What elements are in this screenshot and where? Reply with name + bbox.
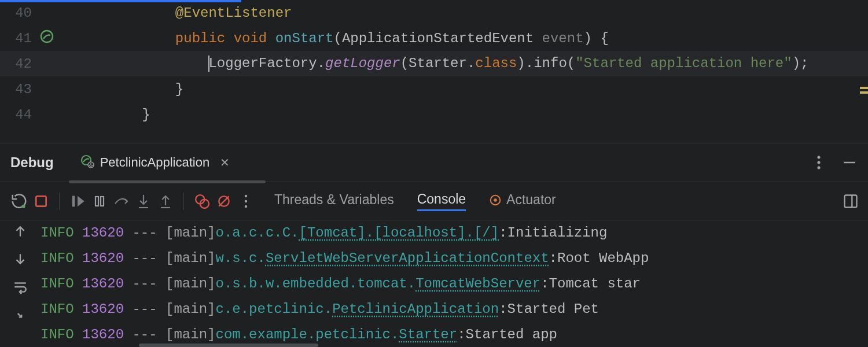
console-sidebar	[0, 220, 41, 347]
run-config-name: PetclinicApplication	[100, 155, 210, 170]
stop-button[interactable]	[31, 191, 51, 211]
spring-bean-icon[interactable]	[40, 29, 54, 47]
log-line[interactable]: INFO 13620 --- [ main] w.s.c.ServletWebS…	[41, 246, 868, 271]
svg-point-7	[21, 204, 25, 208]
minimize-button[interactable]	[841, 154, 858, 171]
tab-console[interactable]: Console	[417, 191, 466, 211]
debug-panel-title: Debug	[10, 154, 54, 171]
code-line[interactable]: 41 public void onStart(ApplicationStarte…	[0, 25, 868, 51]
layout-settings-button[interactable]	[843, 193, 859, 209]
console-panel: INFO 13620 --- [ main] o.a.c.c.C.[Tomcat…	[0, 220, 868, 347]
svg-rect-25	[845, 195, 857, 207]
close-tab-button[interactable]: ✕	[220, 156, 230, 169]
svg-point-21	[245, 200, 247, 202]
actuator-icon	[489, 194, 502, 206]
progress-bar	[0, 0, 241, 2]
code-content[interactable]: @EventListener	[75, 5, 292, 21]
code-line-current[interactable]: 42 LoggerFactory.getLogger(Starter.class…	[0, 51, 868, 76]
svg-rect-8	[36, 196, 46, 206]
minimap-warning-mark[interactable]	[860, 91, 868, 94]
line-number: 40	[0, 5, 38, 21]
step-out-button[interactable]	[156, 191, 175, 211]
code-line[interactable]: 44 }	[0, 102, 868, 127]
code-line[interactable]: 40 @EventListener	[0, 0, 868, 25]
toolbar-divider	[183, 193, 184, 210]
svg-point-0	[41, 31, 53, 42]
pause-button[interactable]	[90, 191, 109, 211]
spring-run-icon	[80, 154, 94, 171]
tab-scrollbar[interactable]	[69, 180, 266, 183]
console-output[interactable]: INFO 13620 --- [ main] o.a.c.c.C.[Tomcat…	[41, 220, 868, 347]
line-number: 43	[0, 82, 38, 97]
log-line[interactable]: INFO 13620 --- [ main] o.a.c.c.C.[Tomcat…	[41, 220, 868, 246]
console-expand-button[interactable]	[13, 307, 28, 322]
minimap-warning-mark[interactable]	[860, 87, 868, 89]
svg-point-3	[818, 156, 820, 158]
code-content[interactable]: public void onStart(ApplicationStartedEv…	[75, 31, 609, 46]
code-content[interactable]: LoggerFactory.getLogger(Starter.class).i…	[75, 56, 808, 72]
toolbar-divider	[59, 193, 60, 210]
debug-toolbar: Threads & Variables Console Actuator	[0, 182, 868, 220]
line-number: 44	[0, 107, 38, 123]
scroll-up-button[interactable]	[13, 224, 28, 239]
code-content[interactable]: }	[75, 82, 183, 97]
horizontal-scrollbar[interactable]	[139, 344, 318, 347]
soft-wrap-button[interactable]	[13, 279, 28, 294]
svg-point-20	[245, 194, 247, 197]
resume-button[interactable]	[68, 191, 87, 211]
line-number: 41	[0, 31, 38, 46]
tab-actuator[interactable]: Actuator	[489, 192, 556, 210]
step-over-button[interactable]	[112, 191, 131, 211]
gutter[interactable]	[38, 29, 75, 47]
log-line[interactable]: INFO 13620 --- [ main] c.e.petclinic.Pet…	[41, 297, 868, 322]
svg-rect-9	[72, 195, 75, 206]
code-content[interactable]: }	[75, 107, 150, 123]
code-editor[interactable]: 40 @EventListener 41 public void onStart…	[0, 0, 868, 143]
step-into-button[interactable]	[134, 191, 153, 211]
svg-point-24	[494, 198, 497, 202]
debug-more-button[interactable]	[236, 191, 256, 211]
mute-breakpoints-button[interactable]	[214, 191, 234, 211]
view-breakpoints-button[interactable]	[192, 191, 212, 211]
debug-panel-header: Debug PetclinicApplication ✕	[0, 143, 868, 182]
scroll-down-button[interactable]	[13, 252, 28, 267]
svg-rect-10	[95, 197, 98, 206]
svg-point-5	[818, 167, 820, 169]
debug-tabs: Threads & Variables Console Actuator	[274, 191, 556, 211]
more-options-button[interactable]	[814, 155, 824, 170]
rerun-button[interactable]	[9, 191, 29, 211]
svg-point-22	[245, 205, 247, 207]
code-line[interactable]: 43 }	[0, 76, 868, 102]
tab-threads-variables[interactable]: Threads & Variables	[274, 192, 394, 210]
line-number: 42	[0, 56, 38, 72]
svg-point-4	[818, 161, 820, 164]
log-line[interactable]: INFO 13620 --- [ main] o.s.b.w.embedded.…	[41, 271, 868, 297]
svg-rect-11	[101, 197, 104, 206]
run-config-tab[interactable]: PetclinicApplication ✕	[75, 151, 236, 174]
